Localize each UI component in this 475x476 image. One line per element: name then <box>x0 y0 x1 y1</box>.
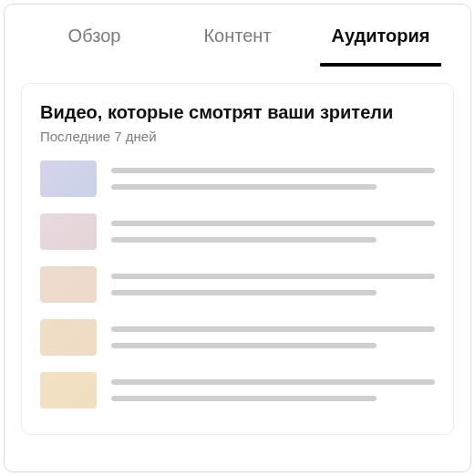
placeholder-lines <box>111 379 435 401</box>
placeholder-line <box>111 221 435 226</box>
placeholder-lines <box>111 326 435 348</box>
watched-videos-card: Видео, которые смотрят ваши зрители Посл… <box>21 83 454 435</box>
placeholder-line <box>111 396 377 401</box>
card-subtitle: Последние 7 дней <box>40 129 435 144</box>
video-thumbnail <box>40 266 97 303</box>
tab-bar: Обзор Контент Аудитория <box>5 5 470 67</box>
video-thumbnail <box>40 372 97 409</box>
tab-overview[interactable]: Обзор <box>23 5 166 67</box>
placeholder-line <box>111 274 435 279</box>
placeholder-line <box>111 379 435 385</box>
placeholder-line <box>111 184 377 190</box>
tab-content[interactable]: Контент <box>166 5 309 67</box>
list-item <box>40 319 435 356</box>
list-item <box>40 372 435 409</box>
list-item <box>40 266 435 303</box>
card-title: Видео, которые смотрят ваши зрители <box>40 102 435 123</box>
list-item <box>40 213 435 250</box>
placeholder-line <box>111 168 435 173</box>
tab-audience[interactable]: Аудитория <box>309 5 452 67</box>
placeholder-line <box>111 343 377 348</box>
placeholder-line <box>111 326 435 332</box>
video-thumbnail <box>40 160 97 197</box>
placeholder-lines <box>111 168 435 190</box>
placeholder-lines <box>111 274 435 295</box>
video-thumbnail <box>40 213 97 250</box>
placeholder-lines <box>111 221 435 243</box>
video-thumbnail <box>40 319 97 356</box>
list-item <box>40 160 435 197</box>
placeholder-line <box>111 237 377 243</box>
placeholder-line <box>111 290 377 295</box>
analytics-panel: Обзор Контент Аудитория Видео, которые с… <box>4 4 471 472</box>
